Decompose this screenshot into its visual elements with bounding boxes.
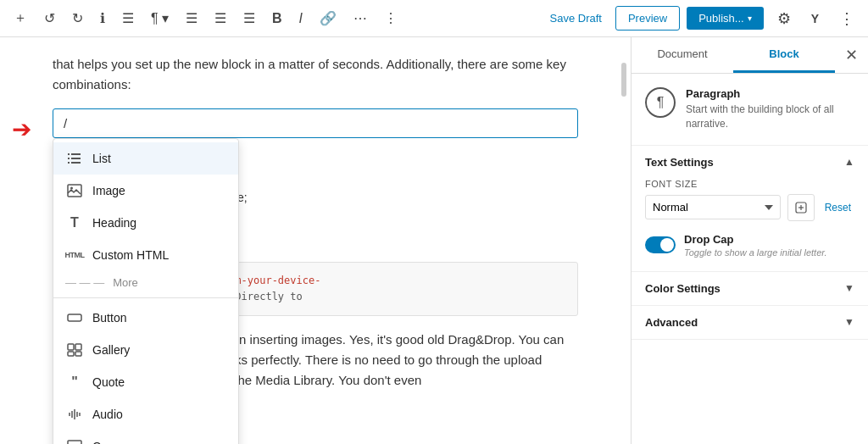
toolbar-right-group: Save Draft Preview Publish... ▾ ⚙ Y ⋮ [543, 4, 862, 33]
font-size-row: Normal Small Medium Large Huge Reset [645, 194, 854, 221]
svg-rect-13 [68, 441, 81, 444]
drop-cap-description: Toggle to show a large initial letter. [684, 247, 827, 258]
dropdown-item-button[interactable]: Button [53, 302, 238, 334]
text-settings-header[interactable]: Text Settings ▲ [632, 146, 868, 179]
dropdown-item-image[interactable]: Image [53, 175, 238, 207]
red-arrow-indicator: ➔ [12, 115, 31, 143]
block-type-description: Start with the building block of all nar… [686, 103, 854, 131]
more-options-button[interactable]: ⋯ [347, 5, 374, 31]
sidebar-tabs: Document Block ✕ [632, 37, 868, 74]
block-type-dropdown: List Image T [53, 138, 239, 444]
settings-button[interactable]: ⚙ [771, 4, 798, 33]
align-left-button[interactable]: ☰ [179, 5, 204, 31]
image-icon [65, 181, 84, 200]
link-button[interactable]: 🔗 [313, 5, 343, 31]
font-size-label: Font Size [645, 179, 854, 189]
dropdown-item-heading[interactable]: T Heading [53, 207, 238, 239]
list-view-button[interactable]: ☰ [115, 5, 141, 31]
dropdown-image-label: Image [92, 184, 125, 197]
html-icon: HTML [65, 246, 84, 264]
align-right-button[interactable]: ☰ [236, 5, 262, 31]
dropdown-item-cover[interactable]: Cover [53, 430, 238, 444]
dropdown-item-quote[interactable]: " Quote [53, 366, 238, 398]
publish-arrow-icon: ▾ [748, 14, 752, 23]
svg-rect-3 [71, 158, 81, 159]
redo-button[interactable]: ↻ [65, 5, 90, 31]
dropdown-item-custom-html[interactable]: HTML Custom HTML [53, 239, 238, 271]
heading-icon: T [65, 214, 84, 232]
drop-cap-label: Drop Cap [684, 233, 827, 246]
font-size-select[interactable]: Normal Small Medium Large Huge [645, 195, 781, 219]
advanced-section: Advanced ▼ [632, 306, 868, 340]
svg-rect-5 [71, 162, 81, 164]
quote-icon: " [65, 373, 84, 391]
block-input-wrapper: ➔ [53, 108, 578, 138]
editor-area[interactable]: that helps you set up the new block in a… [0, 37, 631, 444]
text-settings-chevron-icon: ▲ [844, 156, 854, 168]
svg-rect-11 [68, 352, 74, 356]
svg-rect-2 [68, 158, 70, 159]
bold-button[interactable]: B [265, 6, 289, 31]
overflow-button[interactable]: ⋮ [377, 5, 404, 31]
block-text-input[interactable] [53, 108, 578, 138]
editor-content: that helps you set up the new block in a… [53, 54, 578, 391]
align-center-button[interactable]: ☰ [208, 5, 233, 31]
dropdown-divider [53, 297, 238, 298]
add-block-button[interactable]: ＋ [7, 4, 34, 32]
dropdown-item-more[interactable]: ― ― ― More [53, 271, 238, 294]
font-size-reset-button[interactable]: Reset [821, 202, 854, 214]
dropdown-heading-label: Heading [92, 216, 136, 230]
preview-button[interactable]: Preview [615, 6, 680, 31]
dropdown-button-label: Button [92, 311, 126, 325]
scrollbar-thumb[interactable] [621, 63, 626, 97]
dropdown-quote-label: Quote [92, 375, 125, 389]
editor-paragraph-before: that helps you set up the new block in a… [53, 54, 578, 95]
info-button[interactable]: ℹ [93, 5, 112, 31]
yoast-button[interactable]: Y [804, 7, 826, 31]
svg-rect-8 [68, 314, 81, 321]
drop-cap-toggle[interactable] [645, 236, 676, 253]
sidebar: Document Block ✕ ¶ Paragraph Start with … [631, 37, 868, 444]
text-settings-title: Text Settings [645, 156, 714, 169]
paragraph-style-button[interactable]: ¶ ▾ [144, 5, 175, 31]
publish-button[interactable]: Publish... ▾ [687, 7, 763, 30]
font-size-custom-button[interactable] [787, 194, 815, 221]
dropdown-gallery-label: Gallery [92, 343, 130, 357]
dropdown-html-label: Custom HTML [92, 248, 169, 262]
text-settings-content: Font Size Normal Small Medium Large Huge [632, 179, 868, 271]
main-layout: that helps you set up the new block in a… [0, 37, 868, 444]
dropdown-list-label: List [92, 152, 111, 165]
italic-button[interactable]: I [292, 6, 309, 31]
svg-point-7 [70, 187, 73, 190]
drop-cap-info: Drop Cap Toggle to show a large initial … [684, 233, 827, 258]
kebab-menu-button[interactable]: ⋮ [832, 4, 861, 33]
list-icon [65, 149, 84, 168]
advanced-title: Advanced [645, 316, 698, 329]
button-icon [65, 308, 84, 327]
color-settings-header[interactable]: Color Settings ▼ [632, 272, 868, 305]
svg-rect-0 [68, 153, 70, 155]
svg-rect-12 [75, 352, 81, 356]
advanced-header[interactable]: Advanced ▼ [632, 306, 868, 339]
dropdown-item-list[interactable]: List [53, 142, 238, 175]
dropdown-item-audio[interactable]: Audio [53, 398, 238, 430]
advanced-chevron-icon: ▼ [844, 316, 854, 328]
tab-document[interactable]: Document [632, 37, 733, 73]
audio-icon [65, 405, 84, 424]
undo-button[interactable]: ↺ [37, 5, 62, 31]
svg-rect-10 [75, 344, 81, 350]
top-toolbar: ＋ ↺ ↻ ℹ ☰ ¶ ▾ ☰ ☰ ☰ B I 🔗 ⋯ ⋮ Save Draft… [0, 0, 868, 37]
dropdown-audio-label: Audio [92, 408, 123, 421]
svg-rect-4 [68, 162, 70, 164]
block-type-icon: ¶ [645, 87, 676, 118]
publish-label: Publish... [698, 12, 743, 25]
save-draft-button[interactable]: Save Draft [543, 7, 609, 30]
more-dots-icon: ― ― ― [65, 276, 104, 289]
block-info-text: Paragraph Start with the building block … [686, 87, 854, 131]
dropdown-cover-label: Cover [92, 440, 124, 444]
tab-block[interactable]: Block [733, 37, 835, 73]
sidebar-close-button[interactable]: ✕ [835, 39, 868, 71]
drop-cap-row: Drop Cap Toggle to show a large initial … [645, 233, 854, 258]
dropdown-item-gallery[interactable]: Gallery [53, 334, 238, 366]
block-type-name: Paragraph [686, 87, 854, 100]
